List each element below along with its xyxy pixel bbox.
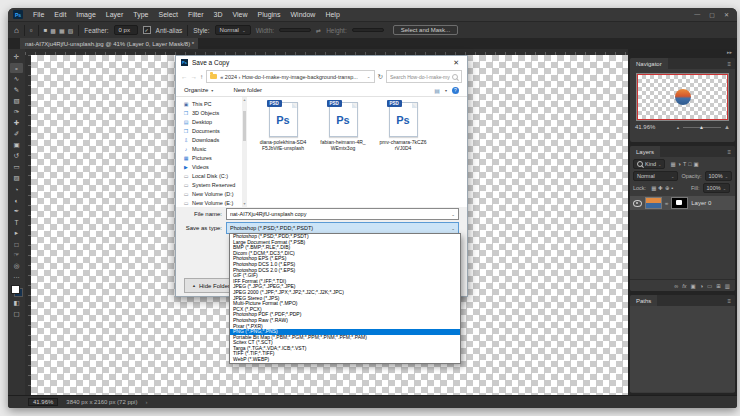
clone-stamp-tool[interactable]: ▣ bbox=[10, 140, 23, 150]
lasso-tool[interactable]: ∿ bbox=[10, 74, 23, 84]
sidebar-item-music[interactable]: ♪Music bbox=[176, 144, 242, 153]
menu-select[interactable]: Select bbox=[154, 8, 183, 21]
layer-name[interactable]: Layer 0 bbox=[691, 200, 711, 206]
layer-mask-thumbnail[interactable] bbox=[671, 197, 688, 209]
blend-mode-dropdown[interactable]: Normal⌄ bbox=[633, 171, 678, 181]
address-path-box[interactable]: « 2024 › How-do-I-make-my-image-backgrou… bbox=[206, 70, 374, 83]
layer-visibility-eye-icon[interactable] bbox=[633, 200, 642, 207]
rectangular-marquee-tool[interactable]: ▫ bbox=[10, 63, 23, 73]
style-dropdown[interactable]: Normal⌄ bbox=[215, 25, 251, 35]
intersect-selection-icon[interactable]: ▧ bbox=[68, 27, 74, 34]
scroll-down-icon[interactable]: ▼ bbox=[242, 202, 247, 206]
sidebar-item-system-reserved[interactable]: ▭System Reserved bbox=[176, 180, 242, 189]
collapse-panels-icon[interactable]: ▸▸ bbox=[628, 49, 737, 56]
sidebar-item-videos[interactable]: ▶Videos bbox=[176, 162, 242, 171]
active-tool-icon[interactable]: ▫ bbox=[30, 26, 33, 35]
zoom-out-icon[interactable]: ▲ bbox=[676, 125, 680, 130]
sidebar-item-new-volume-d[interactable]: ▭New Volume (D:) bbox=[176, 189, 242, 198]
new-group-icon[interactable]: ▭ bbox=[707, 283, 712, 289]
layer-thumbnail[interactable] bbox=[645, 197, 662, 209]
sidebar-item-downloads[interactable]: ⇩Downloads bbox=[176, 135, 242, 144]
up-icon[interactable]: ↑ bbox=[200, 73, 203, 80]
new-selection-icon[interactable]: ■ bbox=[44, 27, 48, 34]
address-dropdown-icon[interactable]: ⌄ bbox=[367, 74, 371, 79]
zoom-slider-track[interactable]: ▲ bbox=[683, 127, 721, 128]
menu-filter[interactable]: Filter bbox=[183, 8, 209, 21]
opacity-dropdown[interactable]: 100%⌄ bbox=[705, 171, 732, 181]
view-options-icon[interactable]: ▤ bbox=[434, 87, 440, 94]
menu-window[interactable]: Window bbox=[286, 8, 321, 21]
gradient-tool[interactable]: ▨ bbox=[10, 173, 23, 183]
sidebar-item-desktop[interactable]: ▤Desktop bbox=[176, 117, 242, 126]
tab-layers[interactable]: Layers bbox=[630, 146, 660, 157]
menu-3d[interactable]: 3D bbox=[209, 8, 228, 21]
menu-layer[interactable]: Layer bbox=[101, 8, 129, 21]
view-options-chevron-icon[interactable]: ▾ bbox=[445, 88, 447, 93]
tree-scrollbar[interactable]: ▲ ▼ bbox=[242, 97, 247, 207]
swap-dimensions-icon[interactable]: ⇄ bbox=[316, 27, 321, 34]
menu-plugins[interactable]: Plugins bbox=[253, 8, 286, 21]
address-path-text[interactable]: « 2024 › How-do-I-make-my-image-backgrou… bbox=[220, 74, 358, 80]
fill-dropdown[interactable]: 100%⌄ bbox=[703, 183, 730, 193]
quick-mask-icon[interactable]: ◧ bbox=[10, 298, 23, 308]
delete-layer-icon[interactable]: ▥ bbox=[725, 283, 730, 289]
blur-tool[interactable]: ◔ bbox=[10, 184, 23, 194]
file-name-input[interactable]: nat-AI7Xju4RjfU-unsplash copy ⌄ bbox=[226, 208, 459, 220]
sidebar-item-documents[interactable]: ❒Documents bbox=[176, 126, 242, 135]
filter-type-icon[interactable]: T bbox=[683, 161, 686, 167]
file-item[interactable]: PSD Ps fabian-heimann-4R_WEmtx3og bbox=[319, 102, 367, 207]
pen-tool[interactable]: ✒ bbox=[10, 206, 23, 216]
panel-menu-icon[interactable]: ≡ bbox=[723, 295, 735, 306]
organize-button[interactable]: Organize bbox=[184, 87, 208, 93]
adjustment-layer-icon[interactable]: ◑ bbox=[700, 283, 703, 289]
filter-adjustment-icon[interactable]: ◑ bbox=[678, 161, 681, 167]
hand-tool[interactable]: ☞ bbox=[10, 250, 23, 260]
document-tab[interactable]: nat-AI7Xju4RjfU-unsplash.jpg @ 41% (Laye… bbox=[20, 38, 198, 49]
navigator-zoom-slider[interactable]: ▲ ▲ ▲ bbox=[659, 124, 730, 130]
dialog-close-icon[interactable]: ✕ bbox=[450, 59, 462, 67]
menu-edit[interactable]: Edit bbox=[49, 8, 71, 21]
dialog-title-bar[interactable]: Ps Save a Copy ✕ bbox=[176, 56, 467, 69]
lock-transparent-icon[interactable]: ▦ bbox=[651, 185, 656, 191]
search-input[interactable]: Search How-do-I-make-my-i... bbox=[386, 70, 462, 83]
filter-kind-dropdown[interactable]: Kind ⌄ bbox=[633, 159, 665, 169]
tab-navigator[interactable]: Navigator bbox=[630, 58, 668, 69]
lock-position-icon[interactable]: ⊕ bbox=[665, 185, 670, 191]
refresh-icon[interactable]: ↻ bbox=[378, 73, 383, 81]
zoom-tool[interactable]: ◎ bbox=[10, 261, 23, 271]
sidebar-item-this-pc[interactable]: ▣This PC bbox=[176, 99, 242, 108]
layer-style-fx-icon[interactable]: fx bbox=[682, 283, 686, 289]
filter-smart-object-icon[interactable]: ▣ bbox=[694, 161, 699, 167]
foreground-color-swatch[interactable] bbox=[11, 285, 20, 294]
chevron-down-icon[interactable]: ⌄ bbox=[451, 226, 455, 231]
sidebar-item-3d-objects[interactable]: ❒3D Objects bbox=[176, 108, 242, 117]
dodge-tool[interactable]: ◐ bbox=[10, 195, 23, 205]
zoom-slider-thumb[interactable]: ▲ bbox=[699, 124, 704, 130]
sidebar-item-new-volume-e[interactable]: ▭New Volume (E:) bbox=[176, 198, 242, 207]
filter-shape-icon[interactable]: □ bbox=[688, 161, 691, 167]
screen-mode-icon[interactable]: ▢ bbox=[10, 309, 23, 319]
home-icon[interactable]: ⌂ bbox=[14, 26, 19, 35]
maximize-button[interactable]: ▢ bbox=[709, 11, 715, 18]
navigator-thumbnail[interactable] bbox=[637, 74, 728, 120]
file-item[interactable]: PSD Ps pmv-chamara-7kCZ6rVJ0D4 bbox=[379, 102, 427, 207]
move-tool[interactable]: ✛ bbox=[10, 52, 23, 62]
filter-pixel-icon[interactable]: ▦ bbox=[670, 161, 675, 167]
width-input[interactable] bbox=[279, 28, 311, 32]
menu-type[interactable]: Type bbox=[128, 8, 153, 21]
scroll-up-icon[interactable]: ▲ bbox=[242, 98, 247, 102]
eraser-tool[interactable]: ▭ bbox=[10, 162, 23, 172]
back-icon[interactable]: ← bbox=[181, 73, 188, 80]
menu-image[interactable]: Image bbox=[71, 8, 100, 21]
path-selection-tool[interactable]: ▸ bbox=[10, 228, 23, 238]
link-layers-icon[interactable]: ∞ bbox=[674, 283, 678, 289]
sidebar-item-local-disk-c[interactable]: ▭Local Disk (C:) bbox=[176, 171, 242, 180]
crop-tool[interactable]: ▧ bbox=[10, 96, 23, 106]
subtract-selection-icon[interactable]: ▦ bbox=[59, 27, 65, 34]
format-option[interactable]: WebP (*.WEBP) bbox=[230, 357, 460, 363]
height-input[interactable] bbox=[352, 28, 384, 32]
new-folder-button[interactable]: New folder bbox=[233, 87, 262, 93]
quick-selection-tool[interactable]: ✎ bbox=[10, 85, 23, 95]
healing-brush-tool[interactable]: ✚ bbox=[10, 118, 23, 128]
layer-row-layer-0[interactable]: ∞ Layer 0 bbox=[630, 196, 735, 210]
